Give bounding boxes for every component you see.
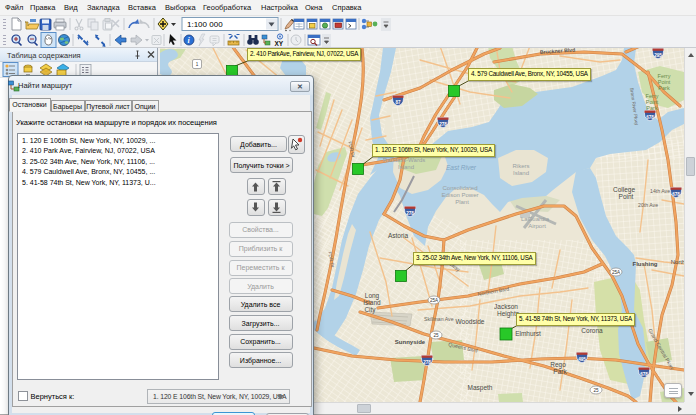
svg-text:278: 278 bbox=[439, 122, 447, 127]
svg-text:LaGuardia: LaGuardia bbox=[521, 216, 550, 222]
svg-text:Consolidated: Consolidated bbox=[442, 185, 477, 191]
svg-text:278: 278 bbox=[423, 360, 431, 365]
svg-text:Island: Island bbox=[398, 164, 414, 170]
svg-text:Edison Power: Edison Power bbox=[441, 192, 478, 198]
svg-text:Corona: Corona bbox=[581, 327, 603, 334]
svg-text:495: 495 bbox=[578, 357, 586, 362]
svg-text:25A: 25A bbox=[612, 270, 621, 275]
svg-text:Island: Island bbox=[363, 299, 381, 306]
svg-text:678: 678 bbox=[646, 115, 654, 120]
svg-text:20th Ave: 20th Ave bbox=[638, 202, 658, 208]
svg-text:25: 25 bbox=[433, 333, 439, 338]
svg-text:Rikers: Rikers bbox=[512, 163, 529, 169]
svg-text:Skillman Ave: Skillman Ave bbox=[424, 316, 454, 322]
svg-text:Plant: Plant bbox=[455, 199, 469, 205]
svg-text:Flushing: Flushing bbox=[633, 261, 658, 267]
svg-text:Point: Point bbox=[619, 193, 634, 200]
svg-text:North: North bbox=[671, 259, 684, 265]
svg-text:14th Ave: 14th Ave bbox=[650, 188, 670, 194]
svg-text:278: 278 bbox=[406, 211, 414, 216]
svg-text:Park: Park bbox=[553, 368, 567, 375]
svg-text:Elmhurst: Elmhurst bbox=[515, 330, 541, 337]
svg-text:25: 25 bbox=[593, 388, 599, 393]
svg-text:Airport: Airport bbox=[528, 223, 546, 229]
svg-text:1:100 000: 1:100 000 bbox=[187, 20, 223, 29]
svg-text:25A: 25A bbox=[430, 298, 439, 303]
svg-text:Astoria: Astoria bbox=[388, 232, 409, 239]
svg-text:Park: Park bbox=[646, 105, 658, 111]
svg-text:XY: XY bbox=[275, 40, 284, 47]
svg-text:Maspeth: Maspeth bbox=[468, 384, 493, 392]
svg-text:East River: East River bbox=[446, 164, 477, 171]
svg-text:Island: Island bbox=[513, 170, 529, 176]
svg-text:City: City bbox=[364, 306, 376, 314]
svg-text:87: 87 bbox=[395, 100, 401, 105]
svg-text:1: 1 bbox=[196, 62, 199, 67]
svg-text:Woodside: Woodside bbox=[456, 318, 485, 325]
svg-text:Jackson: Jackson bbox=[494, 303, 518, 310]
svg-text:678: 678 bbox=[672, 192, 680, 197]
svg-text:Sunnyside: Sunnyside bbox=[395, 339, 426, 345]
svg-text:295: 295 bbox=[654, 53, 662, 58]
svg-text:Park: Park bbox=[658, 85, 670, 91]
svg-text:678: 678 bbox=[640, 372, 648, 377]
svg-text:Randalls-Wards: Randalls-Wards bbox=[383, 157, 425, 163]
